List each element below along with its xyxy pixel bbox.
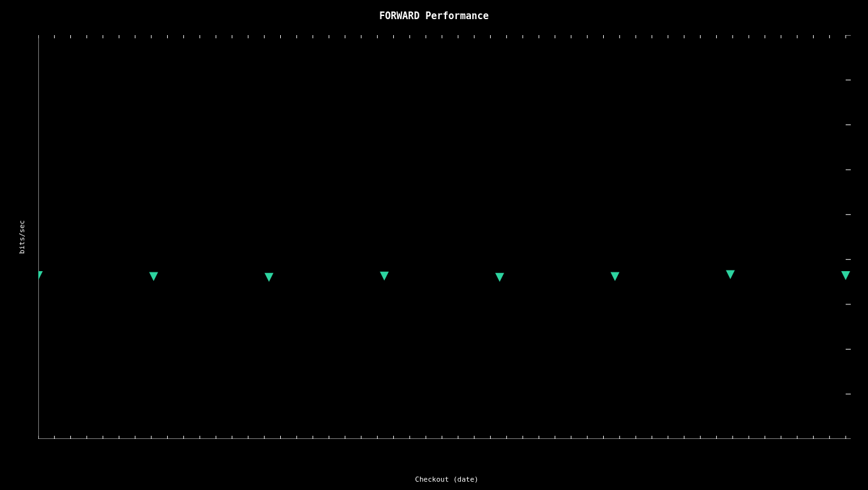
chart-svg: 4.5x10⁹4x10⁹3.5x10⁹3x10⁹2.5x10⁹2x10⁹1.5x… [38, 35, 855, 439]
svg-marker-154 [495, 273, 504, 282]
x-axis-title: Checkout (date) [38, 475, 855, 484]
y-axis-label: bits/sec [18, 220, 26, 254]
svg-marker-152 [264, 273, 273, 282]
svg-marker-151 [149, 272, 158, 281]
svg-marker-157 [841, 271, 850, 280]
svg-marker-150 [38, 271, 43, 280]
chart-container: FORWARD Performance bits/sec 4.5x10⁹4x10… [0, 0, 868, 490]
svg-marker-153 [380, 272, 389, 281]
svg-marker-155 [611, 272, 620, 281]
svg-marker-156 [726, 271, 735, 279]
chart-title: FORWARD Performance [0, 10, 868, 22]
